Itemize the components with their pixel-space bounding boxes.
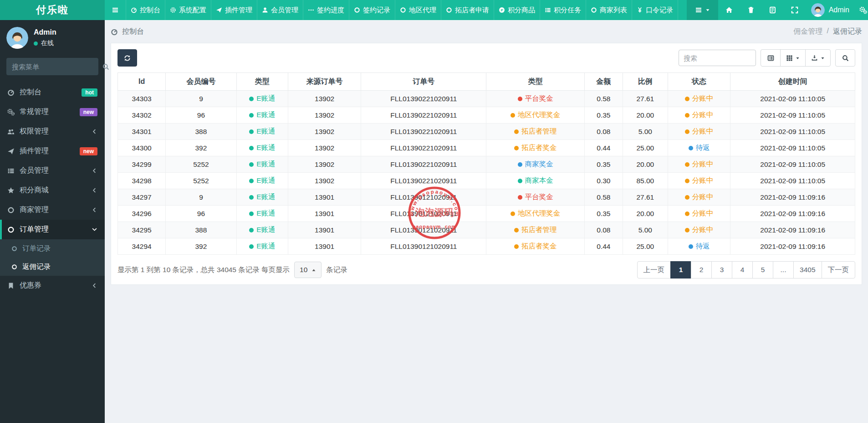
page-button-4[interactable]: 4 bbox=[732, 261, 753, 279]
cell-ratio: 27.61 bbox=[623, 189, 668, 206]
table-column-1[interactable]: 会员编号 bbox=[166, 73, 236, 91]
status-dot-icon bbox=[249, 146, 254, 150]
status-dot-icon bbox=[249, 228, 254, 232]
table-column-4[interactable]: 订单号 bbox=[361, 73, 486, 91]
pcircle-icon: P bbox=[499, 7, 505, 13]
sidebar-item-1[interactable]: 常规管理new bbox=[0, 102, 105, 122]
page-button-上一页[interactable]: 上一页 bbox=[637, 261, 671, 279]
cell-status: 分账中 bbox=[668, 173, 730, 189]
top-nav-item-6[interactable]: 地区代理 bbox=[395, 0, 441, 20]
home-button[interactable] bbox=[718, 0, 740, 20]
ellipsis-icon bbox=[308, 7, 314, 13]
top-nav-menu: 控制台系统配置插件管理会员管理签约进度签约记录地区代理拓店者申请P积分商品积分任… bbox=[126, 0, 678, 20]
sidebar-item-7[interactable]: 订单管理 bbox=[0, 220, 105, 239]
search-icon bbox=[842, 55, 849, 62]
table-column-9[interactable]: 创建时间 bbox=[730, 73, 855, 91]
cell-source-order: 13901 bbox=[288, 189, 361, 206]
listalt-view-button[interactable] bbox=[761, 49, 781, 67]
table-column-0[interactable]: Id bbox=[118, 73, 166, 91]
table-column-2[interactable]: 类型 bbox=[236, 73, 288, 91]
cell-status: 分账中 bbox=[668, 107, 730, 124]
sidebar-toggle-button[interactable] bbox=[105, 0, 126, 20]
page-button-5[interactable]: 5 bbox=[752, 261, 773, 279]
sidebar-search bbox=[6, 58, 98, 75]
search-button[interactable] bbox=[835, 49, 855, 67]
table-search-input[interactable] bbox=[679, 50, 756, 66]
book-button[interactable] bbox=[762, 0, 784, 20]
book-icon bbox=[769, 6, 776, 14]
star-icon bbox=[7, 187, 15, 194]
bonus-type-tag: 平台奖金 bbox=[518, 94, 553, 103]
top-nav-item-2[interactable]: 插件管理 bbox=[211, 0, 257, 20]
table-column-5[interactable]: 类型 bbox=[486, 73, 584, 91]
user-menu-button[interactable]: Admin bbox=[806, 0, 855, 20]
top-nav-item-5[interactable]: 签约记录 bbox=[349, 0, 395, 20]
table-column-3[interactable]: 来源订单号 bbox=[288, 73, 361, 91]
sidebar-item-2[interactable]: 权限管理 bbox=[0, 122, 105, 141]
top-nav-item-9[interactable]: 积分任务 bbox=[540, 0, 586, 20]
top-nav-item-0[interactable]: 控制台 bbox=[126, 0, 165, 20]
cell-created: 2021-02-09 11:10:05 bbox=[730, 91, 855, 107]
page-button-3405[interactable]: 3405 bbox=[793, 261, 822, 279]
sidebar-item-6[interactable]: 商家管理 bbox=[0, 200, 105, 220]
status-dot-icon bbox=[685, 113, 689, 118]
breadcrumb-current: 返佣记录 bbox=[833, 27, 862, 36]
page-button-1[interactable]: 1 bbox=[670, 261, 691, 279]
top-nav-item-3[interactable]: 会员管理 bbox=[257, 0, 303, 20]
avatar bbox=[6, 27, 28, 49]
cell-amount: 0.35 bbox=[584, 206, 623, 222]
page-button-2[interactable]: 2 bbox=[691, 261, 712, 279]
table-column-7[interactable]: 比例 bbox=[623, 73, 668, 91]
sidebar-menu: 控制台hot常规管理new权限管理插件管理new会员管理积分商城商家管理订单管理… bbox=[0, 83, 105, 295]
cell-amount: 0.35 bbox=[584, 107, 623, 124]
menu-badge: new bbox=[80, 147, 97, 155]
expand-button[interactable] bbox=[784, 0, 806, 20]
cell-id: 34299 bbox=[118, 156, 166, 173]
top-nav-item-4[interactable]: 签约进度 bbox=[303, 0, 349, 20]
sidebar-item-4[interactable]: 会员管理 bbox=[0, 161, 105, 181]
cell-amount: 0.30 bbox=[584, 173, 623, 189]
chevleft-icon bbox=[92, 187, 97, 193]
status-tag: 分账中 bbox=[685, 94, 714, 103]
cell-bonus-type: 地区代理奖金 bbox=[486, 206, 584, 222]
sidebar-item-3[interactable]: 插件管理new bbox=[0, 141, 105, 161]
page-button-下一页[interactable]: 下一页 bbox=[822, 261, 856, 279]
trash-button[interactable] bbox=[740, 0, 762, 20]
settings-gear-button[interactable] bbox=[855, 0, 868, 20]
nav-menu-dropdown-button[interactable] bbox=[687, 0, 718, 20]
page-size-select[interactable]: 10 bbox=[294, 262, 322, 278]
top-nav-item-7[interactable]: 拓店者申请 bbox=[441, 0, 494, 20]
brand-logo[interactable]: 付乐啦 bbox=[0, 0, 105, 20]
page-button-3[interactable]: 3 bbox=[711, 261, 732, 279]
th-view-button[interactable] bbox=[780, 49, 806, 67]
status-dot-icon bbox=[514, 244, 519, 249]
user-icon bbox=[262, 7, 268, 13]
plane-icon bbox=[7, 148, 15, 155]
sidebar-submenu: 订单记录返佣记录 bbox=[0, 239, 105, 276]
refresh-button[interactable] bbox=[117, 49, 137, 67]
caretdown-icon bbox=[796, 56, 800, 60]
table-row: 34299 5252 E账通 13902 FLL01390221020911 商… bbox=[118, 156, 855, 173]
status-dot-icon bbox=[685, 97, 689, 101]
cell-amount: 0.35 bbox=[584, 156, 623, 173]
cell-source-order: 13902 bbox=[288, 173, 361, 189]
top-nav-item-1[interactable]: 系统配置 bbox=[165, 0, 211, 20]
top-nav-item-10[interactable]: 商家列表 bbox=[586, 0, 632, 20]
sidebar-item-0[interactable]: 控制台hot bbox=[0, 83, 105, 102]
sidebar-item-8[interactable]: 优惠券 bbox=[0, 276, 105, 295]
cell-amount: 0.44 bbox=[584, 238, 623, 255]
cell-source-order: 13902 bbox=[288, 91, 361, 107]
cell-bonus-type: 拓店者管理 bbox=[486, 124, 584, 140]
sidebar-subitem-1[interactable]: 返佣记录 bbox=[0, 258, 105, 276]
table-column-8[interactable]: 状态 bbox=[668, 73, 730, 91]
sidebar-item-5[interactable]: 积分商城 bbox=[0, 181, 105, 200]
export-view-button[interactable] bbox=[805, 49, 831, 67]
top-nav-item-8[interactable]: P积分商品 bbox=[494, 0, 540, 20]
page-button-...[interactable]: ... bbox=[773, 261, 794, 279]
top-nav-item-11[interactable]: 口令记录 bbox=[632, 0, 678, 20]
sidebar-search-input[interactable] bbox=[12, 63, 102, 71]
status-dot-icon bbox=[249, 179, 254, 183]
status-tag: 分账中 bbox=[685, 192, 714, 202]
sidebar-subitem-0[interactable]: 订单记录 bbox=[0, 239, 105, 258]
table-column-6[interactable]: 金额 bbox=[584, 73, 623, 91]
